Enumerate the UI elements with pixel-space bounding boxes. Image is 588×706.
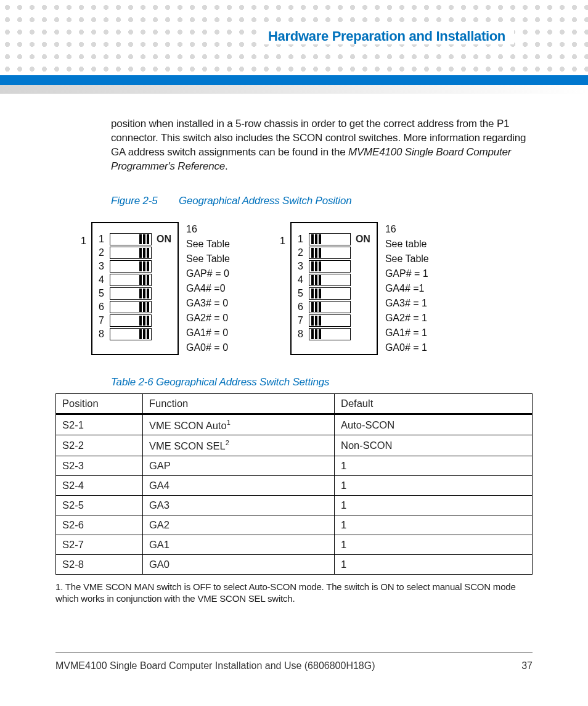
cell-position: S2-6 [56, 515, 143, 535]
dip-position-number: 7 [298, 315, 309, 326]
svg-rect-10 [143, 275, 145, 285]
document-page: Hardware Preparation and Installation po… [0, 0, 588, 706]
cell-default: Non-SCON [335, 435, 533, 456]
dip-slot [110, 260, 152, 273]
cell-default: 1 [335, 475, 533, 495]
svg-rect-25 [315, 234, 317, 244]
paragraph-tail: . [225, 160, 228, 172]
svg-rect-32 [319, 261, 321, 271]
dip-switch-handle-icon [139, 275, 150, 285]
dip-switch-handle-icon [311, 234, 322, 244]
dip-slot [309, 301, 351, 313]
dip-slot [110, 274, 152, 286]
dip-slot [309, 260, 351, 273]
dip-signal-label: See table [385, 237, 429, 252]
cell-function: GAP [143, 456, 335, 475]
svg-rect-31 [315, 261, 317, 271]
svg-rect-13 [143, 289, 145, 298]
dip-signal-label: See Table [186, 252, 230, 266]
svg-rect-22 [143, 329, 145, 339]
svg-rect-41 [319, 302, 321, 312]
table-header-function: Function [143, 393, 335, 414]
dip-signal-label: GAP# = 1 [385, 266, 429, 281]
cell-function: GA2 [143, 515, 335, 535]
dip-position-number: 3 [298, 261, 309, 272]
cell-position: S2-1 [56, 414, 143, 435]
svg-rect-19 [143, 316, 145, 326]
dip-switch-handle-icon [311, 248, 322, 258]
svg-rect-43 [315, 316, 317, 326]
svg-rect-28 [315, 248, 317, 258]
dip-position-number: 1 [298, 234, 309, 245]
dip-position-number: 5 [298, 288, 309, 299]
dip-row: 8 [298, 328, 370, 340]
dip-switch-handle-icon [139, 289, 150, 298]
cell-position: S2-3 [56, 456, 143, 475]
dip-signal-label: GA2# = 0 [186, 311, 230, 326]
dip-position-number: 4 [99, 274, 110, 285]
dip-position-number: 6 [99, 302, 110, 313]
dip-position-number: 8 [298, 329, 309, 340]
figure-title: Geographical Address Switch Position [179, 195, 351, 207]
dip-diagram-left: 1 1 ON 2 3 4 5 6 7 [68, 222, 230, 355]
svg-rect-0 [139, 234, 142, 244]
footer-page-number: 37 [521, 660, 533, 671]
svg-rect-21 [139, 329, 142, 339]
dip-top16: 16 [385, 222, 429, 237]
dip-switch-handle-icon [311, 302, 322, 312]
cell-function: VME SCON SEL2 [143, 435, 335, 456]
dip-signal-label: GA4# =0 [186, 281, 230, 296]
dip-on-label: ON [157, 234, 171, 245]
table-header-position: Position [56, 393, 143, 414]
svg-rect-34 [315, 275, 317, 285]
dip-position-number: 6 [298, 302, 309, 313]
dip-row: 8 [99, 328, 171, 340]
dip-switch-handle-icon [311, 289, 322, 298]
cell-default: 1 [335, 535, 533, 554]
svg-rect-38 [319, 289, 321, 298]
svg-rect-39 [311, 302, 314, 312]
dip-switch-handle-icon [311, 329, 322, 339]
svg-rect-14 [147, 289, 149, 298]
svg-rect-17 [147, 302, 149, 312]
figure-caption: Figure 2-5 Geographical Address Switch P… [111, 195, 533, 207]
dip-switch-handle-icon [311, 316, 322, 326]
page-footer: MVME4100 Single Board Computer Installat… [55, 652, 533, 671]
cell-default: 1 [335, 515, 533, 535]
dip-slot [110, 314, 152, 327]
dip-row: 2 [298, 247, 370, 259]
dip-signal-label: GA1# = 1 [385, 326, 429, 340]
dip-signal-label: GA2# = 1 [385, 311, 429, 326]
svg-rect-26 [319, 234, 321, 244]
cell-default: Auto-SCON [335, 414, 533, 435]
dip-row: 1 ON [99, 233, 171, 245]
svg-rect-2 [147, 234, 149, 244]
svg-rect-15 [139, 302, 142, 312]
table-header-default: Default [335, 393, 533, 414]
svg-rect-16 [143, 302, 145, 312]
cell-position: S2-7 [56, 535, 143, 554]
table-footnote: 1. The VME SCON MAN switch is OFF to sel… [55, 581, 533, 605]
svg-rect-9 [139, 275, 142, 285]
dip-row: 2 [99, 247, 171, 259]
cell-function: GA4 [143, 475, 335, 495]
svg-rect-24 [311, 234, 314, 244]
dip-right-signals: 16See tableSee TableGAP# = 1GA4# =1GA3# … [378, 222, 429, 355]
dip-switch-handle-icon [139, 329, 150, 339]
dip-on-label: ON [356, 234, 370, 245]
svg-rect-29 [319, 248, 321, 258]
svg-rect-46 [315, 329, 317, 339]
svg-rect-12 [139, 289, 142, 298]
svg-rect-18 [139, 316, 142, 326]
dip-switch-handle-icon [139, 302, 150, 312]
svg-rect-11 [147, 275, 149, 285]
dip-slot [110, 233, 152, 245]
svg-rect-4 [143, 248, 145, 258]
dip-slot [309, 247, 351, 259]
cell-default: 1 [335, 456, 533, 475]
table-row: S2-8 GA0 1 [56, 554, 533, 574]
dip-switch-handle-icon [139, 234, 150, 244]
dip-signal-label: GA0# = 0 [186, 340, 230, 355]
svg-rect-35 [319, 275, 321, 285]
cell-default: 1 [335, 495, 533, 515]
